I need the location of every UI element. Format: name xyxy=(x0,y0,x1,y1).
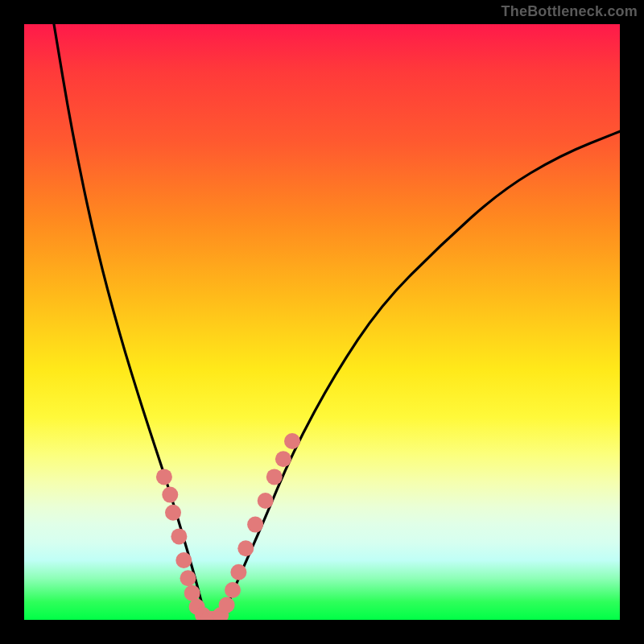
marker-dot xyxy=(171,528,187,544)
marker-dot xyxy=(247,517,263,533)
chart-frame: TheBottleneck.com xyxy=(0,0,644,644)
marker-dot xyxy=(225,582,241,598)
marker-dot xyxy=(162,487,178,503)
plot-area xyxy=(24,24,620,620)
marker-dot xyxy=(180,570,196,586)
marker-dot xyxy=(258,493,274,509)
marker-dot xyxy=(237,540,254,556)
marker-dot xyxy=(175,552,192,568)
marker-dot xyxy=(165,505,181,521)
marker-dot xyxy=(275,451,291,467)
marker-dots xyxy=(156,433,300,620)
marker-dot xyxy=(219,597,235,613)
marker-dot xyxy=(266,469,283,485)
marker-dot xyxy=(156,469,172,485)
marker-dot xyxy=(284,433,300,449)
curve-svg xyxy=(24,24,620,620)
watermark-label: TheBottleneck.com xyxy=(502,3,638,20)
marker-dot xyxy=(184,585,200,601)
marker-dot xyxy=(230,564,246,580)
bottleneck-curve xyxy=(54,24,620,620)
